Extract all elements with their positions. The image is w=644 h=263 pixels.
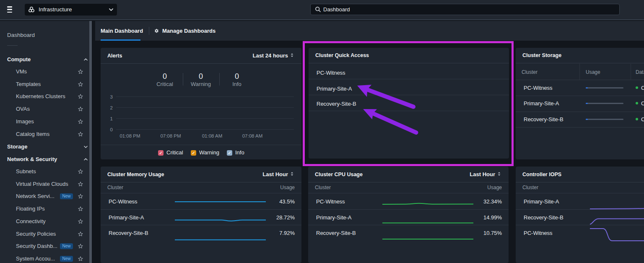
svg-text:01:08 AM: 01:08 AM bbox=[202, 133, 223, 138]
svg-text:07:08 AM: 07:08 AM bbox=[242, 133, 263, 138]
svg-text:3: 3 bbox=[110, 94, 113, 99]
svg-text:07:08 PM: 07:08 PM bbox=[160, 133, 181, 138]
svg-text:1: 1 bbox=[110, 116, 113, 121]
svg-text:2: 2 bbox=[110, 105, 113, 110]
svg-text:0: 0 bbox=[110, 127, 113, 132]
svg-text:01:08 PM: 01:08 PM bbox=[119, 133, 140, 138]
